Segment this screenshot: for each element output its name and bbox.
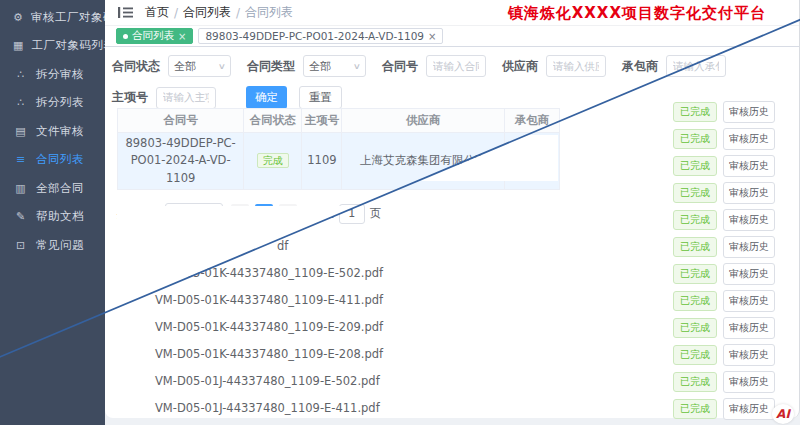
filter-field: 供应商 (502, 55, 606, 77)
file-name: df (155, 233, 288, 260)
page-size-value: 20条/页 (171, 207, 209, 221)
main-content: 首页/合同列表/合同列表 镇海炼化XXXX项目数字化交付平台 合同列表 × 89… (105, 0, 800, 418)
table-header-row: 合同号合同状态主项号供应商承包商 (118, 109, 560, 133)
table-row[interactable]: 89803-49DDEP-PC-PO01-2024-A-VD-1109完成110… (118, 133, 560, 190)
sidebar-item[interactable]: ▤ 文件审核 (0, 117, 105, 146)
filter-input[interactable] (546, 55, 606, 77)
file-actions: 已完成 审核历史 (673, 287, 775, 314)
file-actions: 已完成 审核历史 (673, 179, 775, 206)
file-name: VM-D05-01K-44337480_1109-E-411.pdf (155, 287, 383, 314)
audit-history-button[interactable]: 审核历史 (723, 236, 775, 258)
filter-select[interactable]: 全部∨ (303, 55, 366, 77)
sidebar-item[interactable]: ⊡ 常见问题 (0, 231, 105, 260)
status-tag-done: 已完成 (673, 237, 717, 257)
tab[interactable]: 89803-49DDEP-PC-PO01-2024-A-VD-1109 × (198, 28, 443, 44)
sidebar-item[interactable]: ∴ 拆分列表 (0, 89, 105, 118)
audit-history-button[interactable]: 审核历史 (723, 263, 775, 285)
audit-history-button[interactable]: 审核历史 (723, 371, 775, 393)
tab-label: 89803-49DDEP-PC-PO01-2024-A-VD-1109 (205, 30, 424, 42)
sidebar: ⚙ 审核工厂对象码 ▦ 工厂对象码列表 ∴ 拆分审核 ∴ 拆分列表 ▤ 文件审核… (0, 0, 105, 425)
chevron-down-icon: ∨ (353, 62, 361, 71)
file-row: VM-D05-01K-44337480_1109-E-209.pdf 已完成 审… (105, 314, 799, 341)
file-row: df 已完成 审核历史 (105, 233, 799, 260)
doc-icon: ✎ (13, 210, 28, 223)
file-actions: 已完成 审核历史 (673, 206, 775, 233)
filter-field: 合同类型全部∨ (247, 55, 366, 77)
filter-label: 合同号 (382, 58, 418, 75)
audit-history-button[interactable]: 审核历史 (723, 317, 775, 339)
tab-bar: 合同列表 × 89803-49DDEP-PC-PO01-2024-A-VD-11… (105, 26, 799, 47)
sidebar-item[interactable]: ▦ 工厂对象码列表 (0, 32, 105, 61)
next-page-button[interactable]: › (279, 204, 297, 223)
contract-table-panel: 合同号合同状态主项号供应商承包商 89803-49DDEP-PC-PO01-20… (117, 108, 567, 225)
faq-icon: ⊡ (13, 239, 28, 252)
audit-history-button[interactable]: 审核历史 (723, 182, 775, 204)
main-item-cell: 1109 (302, 133, 342, 190)
goto-page-input[interactable] (339, 204, 365, 224)
file-actions: 已完成 审核历史 (673, 98, 775, 125)
filter-label: 合同状态 (112, 58, 160, 75)
sidebar-item[interactable]: ▥ 全部合同 (0, 174, 105, 203)
column-header: 合同状态 (244, 109, 302, 133)
filter-label: 供应商 (502, 58, 538, 75)
file-name: VM-D05-01J-44337480_1109-E-502.pdf (155, 368, 380, 395)
filter-select[interactable]: 全部∨ (168, 55, 231, 77)
audit-history-button[interactable]: 审核历史 (723, 128, 775, 150)
contract-table: 合同号合同状态主项号供应商承包商 89803-49DDEP-PC-PO01-20… (117, 108, 560, 190)
corner-logo[interactable]: AI (772, 404, 794, 424)
page-size-select[interactable]: 20条/页 (165, 203, 223, 225)
file-audit-icon: ▤ (13, 125, 28, 138)
tab[interactable]: 合同列表 × (116, 28, 193, 44)
breadcrumb: 首页/合同列表/合同列表 (145, 4, 293, 21)
prev-page-button[interactable]: ‹ (231, 204, 249, 223)
status-tag-done: 已完成 (673, 345, 717, 365)
grid-icon: ▦ (13, 39, 23, 52)
file-actions: 已完成 审核历史 (673, 152, 775, 179)
filter-input[interactable] (426, 55, 486, 77)
file-actions: 已完成 审核历史 (673, 368, 775, 395)
close-icon[interactable]: × (178, 31, 186, 42)
book-icon: ▥ (13, 182, 28, 195)
audit-history-button[interactable]: 审核历史 (723, 290, 775, 312)
file-row: VM-D05-01K-44337480_1109-E-502.pdf 已完成 审… (105, 260, 799, 287)
file-row: VM-D05-01J-44337480_1109-E-411.pdf 已完成 审… (105, 395, 799, 422)
file-name: VM-D05-01K-44337480_1109-E-209.pdf (155, 314, 383, 341)
file-row: VM-D05-01K-44337480_1109-E-208.pdf 已完成 审… (105, 341, 799, 368)
audit-history-button[interactable]: 审核历史 (723, 398, 775, 420)
audit-history-button[interactable]: 审核历史 (723, 155, 775, 177)
pagination: 共 1 条 20条/页 ‹ 1 › 前往 页 (117, 203, 567, 225)
select-value: 全部 (174, 59, 196, 74)
contract-no-cell: 89803-49DDEP-PC-PO01-2024-A-VD-1109 (118, 133, 244, 190)
status-tag-done: 已完成 (673, 372, 717, 392)
breadcrumb-item[interactable]: 合同列表 (183, 4, 231, 21)
sidebar-item[interactable]: ✎ 帮助文档 (0, 203, 105, 232)
close-icon[interactable]: × (428, 31, 436, 42)
filter-field: 合同号 (382, 55, 486, 77)
breadcrumb-item[interactable]: 首页 (145, 4, 169, 21)
audit-history-button[interactable]: 审核历史 (723, 101, 775, 123)
status-tag-done: 已完成 (673, 129, 717, 149)
gear-icon: ⚙ (13, 11, 23, 24)
column-header: 供应商 (342, 109, 504, 133)
hamburger-icon[interactable] (118, 6, 133, 19)
file-name: VM-D05-01K-44337480_1109-E-502.pdf (155, 260, 383, 287)
app-window: ⚙ 审核工厂对象码 ▦ 工厂对象码列表 ∴ 拆分审核 ∴ 拆分列表 ▤ 文件审核… (0, 0, 800, 425)
status-tag-done: 已完成 (673, 156, 717, 176)
total-count: 共 1 条 (117, 206, 155, 221)
filter-input[interactable] (666, 55, 726, 77)
sidebar-item[interactable]: ∴ 拆分审核 (0, 60, 105, 89)
audit-history-button[interactable]: 审核历史 (723, 344, 775, 366)
file-actions: 已完成 审核历史 (673, 260, 775, 287)
sidebar-item[interactable]: ⚙ 审核工厂对象码 (0, 3, 105, 32)
status-tag-done: 已完成 (673, 210, 717, 230)
contractor-cell (504, 133, 559, 190)
breadcrumb-separator: / (236, 6, 240, 20)
tab-dot-icon (123, 34, 128, 39)
sidebar-item[interactable]: ≡ 合同列表 (0, 146, 105, 175)
current-page[interactable]: 1 (255, 204, 273, 223)
filter-label: 合同类型 (247, 58, 295, 75)
file-row: VM-D05-01J-44337480_1109-E-502.pdf 已完成 审… (105, 368, 799, 395)
breadcrumb-item: 合同列表 (245, 4, 293, 21)
audit-history-button[interactable]: 审核历史 (723, 209, 775, 231)
page-unit-label: 页 (370, 206, 382, 221)
